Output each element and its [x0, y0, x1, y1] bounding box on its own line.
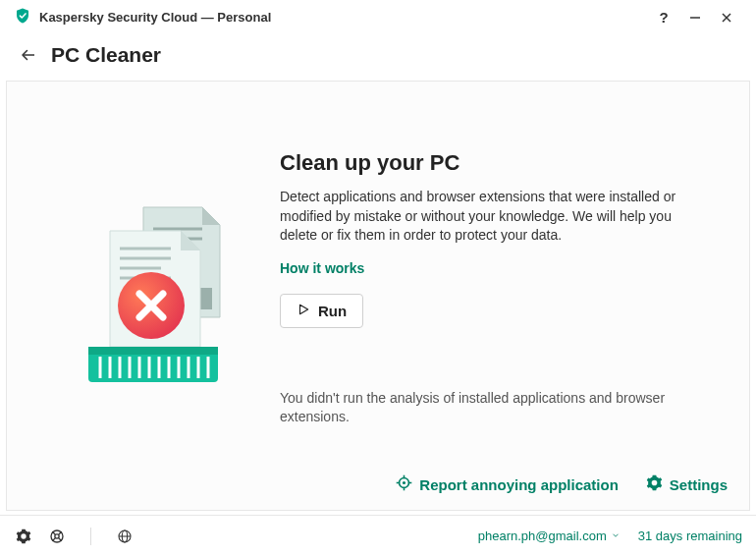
content-description: Detect applications and browser extensio… — [280, 188, 712, 246]
account-email: phearn.ph@gmail.com — [478, 528, 607, 543]
cleaner-illustration-icon — [55, 199, 242, 396]
svg-marker-29 — [300, 305, 308, 313]
svg-point-37 — [55, 533, 59, 537]
svg-line-39 — [59, 531, 62, 534]
svg-rect-16 — [88, 347, 218, 355]
footer-divider — [90, 528, 91, 545]
status-text: You didn't run the analysis of installed… — [280, 389, 712, 427]
help-button[interactable]: ? — [648, 4, 679, 31]
gear-icon — [646, 474, 663, 494]
svg-line-40 — [52, 537, 55, 540]
app-settings-gear-icon[interactable] — [14, 527, 33, 546]
chevron-down-icon — [611, 528, 621, 543]
svg-line-41 — [59, 537, 62, 540]
how-it-works-link[interactable]: How it works — [280, 260, 364, 276]
back-button[interactable] — [14, 40, 43, 70]
svg-line-38 — [52, 531, 55, 534]
kaspersky-shield-icon — [14, 7, 31, 28]
content-heading: Clean up your PC — [280, 150, 712, 176]
target-icon — [396, 474, 412, 494]
account-dropdown[interactable]: phearn.ph@gmail.com — [478, 528, 621, 543]
close-button[interactable] — [711, 4, 742, 31]
settings-link[interactable]: Settings — [646, 474, 728, 494]
main-panel: Clean up your PC Detect applications and… — [6, 81, 750, 511]
app-title: Kaspersky Security Cloud — Personal — [39, 10, 271, 25]
play-icon — [297, 303, 310, 319]
run-button-label: Run — [318, 303, 347, 319]
report-annoying-application-link[interactable]: Report annoying application — [396, 474, 619, 494]
support-icon[interactable] — [47, 527, 67, 546]
license-remaining[interactable]: 31 days remaining — [638, 528, 742, 543]
minimize-button[interactable] — [679, 4, 711, 31]
svg-point-35 — [403, 481, 405, 484]
report-label: Report annoying application — [419, 476, 619, 493]
run-button[interactable]: Run — [280, 294, 363, 328]
page-title: PC Cleaner — [51, 43, 161, 67]
globe-icon[interactable] — [115, 527, 135, 546]
settings-label: Settings — [670, 476, 728, 493]
